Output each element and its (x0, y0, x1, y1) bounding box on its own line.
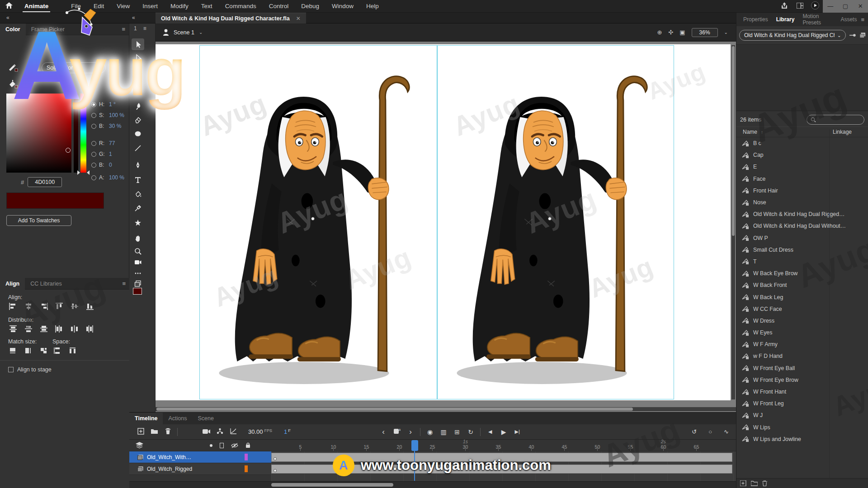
column-linkage[interactable]: Linkage (833, 129, 852, 135)
hue-marker-right[interactable] (87, 170, 90, 175)
align-middle-v-icon[interactable] (70, 302, 80, 310)
layer-name[interactable]: Old_Witch_With… (147, 454, 191, 460)
play-icon[interactable]: ▶ (497, 428, 510, 436)
library-item[interactable]: Front Hair (736, 185, 868, 197)
dist-left-icon[interactable] (54, 325, 64, 333)
current-frame-value[interactable]: 1 (284, 428, 287, 435)
keyframe-icon[interactable] (274, 457, 277, 460)
frame-span[interactable] (271, 465, 732, 474)
menu-commands[interactable]: Commands (219, 0, 263, 13)
new-folder-icon[interactable] (751, 481, 758, 486)
library-item[interactable]: w F D Hand (736, 350, 868, 362)
radio-icon[interactable] (91, 152, 96, 157)
library-item[interactable]: Cap (736, 149, 868, 161)
onion-outline-icon[interactable]: ▥ (437, 428, 450, 436)
selection-box-right[interactable] (437, 45, 674, 399)
align-panel-menu-icon[interactable]: ≡ (122, 280, 129, 287)
hide-layers-icon[interactable] (231, 443, 238, 448)
library-item[interactable]: W Front Hant (736, 386, 868, 398)
library-item[interactable]: W Front Leg (736, 398, 868, 409)
library-item[interactable]: Old Witch & Kind Hag Dual Rigged… (736, 208, 868, 220)
add-to-swatches-button[interactable]: Add To Swatches (6, 215, 71, 226)
new-folder-icon[interactable] (147, 428, 161, 436)
dist-top-icon[interactable] (8, 325, 18, 333)
selection-tool[interactable] (132, 38, 144, 50)
next-keyframe-icon[interactable]: › (404, 427, 417, 436)
tab-motion-presets[interactable]: Motion Presets (798, 13, 836, 26)
layer-row-old-witch-rigged[interactable]: Old_Witch_Rigged (129, 463, 271, 475)
color-row-value[interactable]: 77 (109, 140, 115, 146)
camera-tool[interactable] (132, 256, 144, 268)
library-item[interactable]: W Eyes (736, 327, 868, 338)
text-tool[interactable] (132, 174, 144, 186)
tab-color[interactable]: Color (0, 23, 26, 35)
onion-skin-icon[interactable]: ◉ (423, 428, 437, 436)
library-item[interactable]: Old Witch & Kind Hag Dual Without… (736, 220, 868, 232)
color-row-value[interactable]: 30 % (109, 123, 121, 129)
space-v-icon[interactable] (52, 347, 62, 355)
color-panel-menu-icon[interactable]: ≡ (122, 26, 129, 33)
frame-row[interactable] (271, 451, 736, 463)
paint-bucket-tool[interactable] (132, 188, 144, 200)
dist-right-icon[interactable] (85, 325, 95, 333)
highlight-layers-icon[interactable] (210, 444, 212, 447)
color-gradient-square[interactable] (6, 94, 71, 173)
radio-icon[interactable] (91, 175, 96, 180)
library-item[interactable]: W Front Eye Brow (736, 374, 868, 386)
zoom-tool[interactable] (132, 245, 144, 257)
brush-tool[interactable] (132, 100, 144, 112)
new-symbol-icon[interactable] (740, 480, 746, 486)
share-icon[interactable] (777, 2, 792, 10)
scene-chevron-icon[interactable]: ⌄ (199, 30, 203, 35)
tab-cc-libraries[interactable]: CC Libraries (25, 278, 67, 290)
library-panel-menu-icon[interactable]: ≡ (861, 16, 868, 23)
maximize-button[interactable]: ▢ (838, 0, 853, 13)
color-type-dropdown[interactable]: Solid color ⌄ (42, 62, 106, 73)
step-forward-icon[interactable]: ▶| (510, 429, 524, 435)
tab-properties[interactable]: Properties (739, 16, 772, 23)
color-row-value[interactable]: 0 (109, 162, 112, 168)
layer-name[interactable]: Old_Witch_Rigged (147, 466, 192, 472)
alpha-slider[interactable] (74, 94, 78, 173)
library-document-dropdown[interactable]: Old Witch & Kind Hag Dual Rigged Char… ⌄ (739, 30, 846, 41)
tab-align[interactable]: Align (0, 278, 25, 290)
tab-timeline[interactable]: Timeline (129, 413, 163, 424)
menu-modify[interactable]: Modify (164, 0, 195, 13)
layer-color-chip[interactable] (245, 454, 248, 460)
menu-edit[interactable]: Edit (87, 0, 110, 13)
free-transform-tool[interactable] (132, 80, 144, 92)
space-h-icon[interactable] (68, 347, 78, 355)
camera-icon[interactable] (199, 428, 213, 436)
oval-tool[interactable] (132, 128, 144, 140)
prev-keyframe-icon[interactable]: ‹ (377, 427, 390, 436)
menu-animate[interactable]: Animate (18, 0, 55, 13)
frame-graph-icon[interactable] (226, 428, 240, 436)
minimize-button[interactable]: — (823, 0, 838, 13)
column-name[interactable]: Name (743, 129, 757, 135)
tools-panel-menu-icon[interactable]: ≡ (143, 25, 146, 32)
color-row-value[interactable]: 1 (109, 151, 112, 157)
radio-icon[interactable] (91, 141, 96, 146)
menu-text[interactable]: Text (195, 0, 219, 13)
stroke-color-icon[interactable] (8, 63, 18, 74)
pen-tool[interactable] (132, 159, 144, 171)
library-item[interactable]: E (736, 161, 868, 173)
loop-icon[interactable]: ↻ (464, 428, 477, 436)
menu-window[interactable]: Window (326, 0, 360, 13)
document-tab[interactable]: Old Witch & Kind Hag Dual Rigged Charact… (156, 13, 306, 23)
tab-frame-picker[interactable]: Frame Picker (26, 23, 70, 35)
center-stage-icon[interactable]: ⊕ (657, 29, 662, 36)
library-search-input[interactable] (807, 115, 864, 125)
dist-middle-icon[interactable] (24, 325, 33, 333)
collapse-toolbar-icon[interactable]: « (132, 14, 135, 21)
library-item[interactable]: W Back Front (736, 279, 868, 291)
align-to-stage-checkbox[interactable] (8, 367, 14, 372)
keyframe-icon[interactable] (274, 469, 277, 472)
frames-area[interactable]: 51015202530354045505560651s2s (271, 440, 736, 481)
match-width-icon[interactable] (8, 347, 18, 355)
clip-content-icon[interactable]: ▣ (679, 29, 685, 36)
playhead[interactable] (411, 440, 418, 451)
library-item[interactable]: T (736, 256, 868, 267)
delete-layer-icon[interactable] (161, 428, 175, 436)
auto-keyframe-icon[interactable]: A (390, 428, 404, 436)
